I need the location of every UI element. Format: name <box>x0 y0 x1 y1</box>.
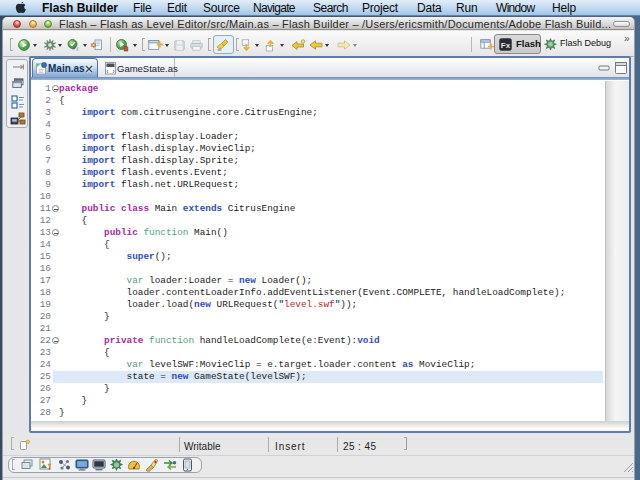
svg-text:Fx: Fx <box>501 41 511 50</box>
